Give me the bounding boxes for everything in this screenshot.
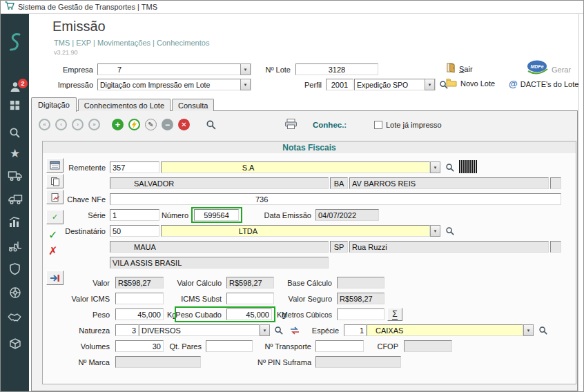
pin-suframa-label: Nº PIN Suframa (257, 358, 311, 366)
favorites-star-icon[interactable]: ★ (1, 145, 29, 161)
data-emissao-field[interactable]: 04/07/2022 (315, 209, 379, 221)
paste-button[interactable] (46, 190, 64, 204)
destinatario-city-field: MAUA (110, 241, 329, 253)
tab-digitacao[interactable]: Digitação (31, 97, 77, 112)
empresa-combo[interactable]: 7 (97, 63, 251, 75)
perfil-combo[interactable]: Expedição SPO (354, 79, 436, 90)
print-button[interactable] (281, 116, 300, 131)
chave-nfe-field[interactable]: 736 (110, 193, 561, 205)
truck-outbound-icon[interactable] (1, 167, 29, 184)
valor-seguro-field: R$598,27 (337, 293, 385, 304)
destinatario-code-field[interactable]: 50 (110, 225, 159, 237)
remetente-uf-field: BA (330, 177, 348, 189)
especie-dropdown-icon[interactable] (523, 324, 534, 336)
transfer-icon[interactable] (288, 324, 302, 336)
empresa-label: Empresa (63, 66, 93, 74)
remetente-label: Remetente (68, 164, 106, 172)
handshake-icon[interactable] (1, 309, 29, 326)
transporte-field[interactable] (315, 340, 364, 352)
cancel-x-button[interactable] (48, 244, 57, 257)
truck-inbound-icon[interactable] (1, 190, 29, 207)
at-icon: @ (509, 79, 518, 89)
sair-button[interactable]: Sair (445, 61, 474, 77)
delete-record-button[interactable] (162, 119, 173, 130)
forklift-icon[interactable] (1, 237, 29, 254)
qt-pares-field[interactable] (206, 340, 253, 352)
modules-grid-icon[interactable] (1, 97, 29, 113)
next-record-button[interactable] (72, 119, 84, 130)
impressao-label: Impressão (58, 81, 93, 89)
numero-field[interactable]: 599564 (194, 209, 239, 221)
page-title: Emissão (52, 19, 106, 35)
confirm-row-button[interactable] (46, 210, 64, 224)
natureza-search-icon[interactable] (273, 324, 285, 336)
destinatario-label: Destinatário (65, 227, 106, 235)
prev-record-button[interactable] (55, 119, 67, 130)
cfop-label: CFOP (377, 342, 398, 351)
remetente-code-field[interactable]: 357 (110, 161, 159, 173)
folder-icon (446, 77, 457, 90)
peso-field[interactable]: 45,000 (115, 308, 164, 320)
go-to-end-button[interactable] (46, 271, 64, 285)
base-calculo-field (337, 277, 385, 288)
cancel-button[interactable] (178, 119, 190, 130)
perfil-code-field[interactable]: 2001 (326, 79, 353, 90)
natureza-dropdown-icon[interactable] (260, 324, 270, 336)
toolbar-search-button[interactable] (203, 117, 220, 132)
notification-badge: 2 (18, 79, 28, 88)
security-shield-icon[interactable] (1, 261, 29, 277)
cargo-box-icon[interactable] (1, 335, 29, 352)
window-title: Sistema de Gestão de Transportes | TMS (18, 3, 157, 11)
especie-code-field[interactable]: 1 (344, 324, 367, 336)
metros-cubicos-field[interactable] (337, 308, 385, 320)
especie-search-icon[interactable] (537, 324, 549, 336)
add-record-button[interactable] (112, 119, 124, 130)
barcode-icon[interactable] (459, 160, 477, 173)
icms-subst-field[interactable] (226, 293, 274, 304)
form-window-button[interactable] (46, 158, 64, 173)
empresa-dropdown-icon[interactable] (240, 63, 251, 75)
especie-combo[interactable]: CAIXAS (367, 324, 523, 336)
metros-cubicos-label: Metros Cúbicos (282, 311, 332, 319)
volumes-field[interactable]: 30 (115, 340, 164, 352)
helm-wheel-icon[interactable] (1, 284, 29, 301)
destinatario-name-combo[interactable]: LTDA (161, 225, 430, 237)
novo-lote-button[interactable]: Novo Lote (445, 77, 496, 90)
confirm-check-button[interactable] (48, 228, 57, 242)
impressao-combo[interactable]: Digitação com Impressão em Lote (97, 79, 251, 90)
dacte-button[interactable]: @ DACTE's do Lote (508, 78, 579, 90)
destinatario-search-icon[interactable] (444, 225, 456, 237)
first-record-button[interactable] (39, 119, 50, 130)
valor-calculo-label: Valor Cálculo (177, 279, 222, 287)
destinatario-dropdown-icon[interactable] (430, 225, 440, 237)
lote-impresso-checkbox[interactable] (374, 121, 382, 129)
copy-button[interactable] (46, 174, 64, 188)
natureza-code-field[interactable]: 3 (115, 324, 139, 336)
pencil-edit-button[interactable] (145, 119, 157, 130)
app-logo-icon[interactable] (1, 30, 29, 55)
app-cart-icon (4, 1, 14, 13)
edit-record-button[interactable] (128, 119, 140, 130)
search-icon[interactable] (1, 124, 29, 141)
remetente-name-combo[interactable]: S.A (161, 161, 430, 173)
tab-consulta[interactable]: Consulta (172, 99, 214, 111)
serie-field[interactable]: 1 (110, 209, 159, 221)
perfil-dropdown-icon[interactable] (425, 79, 435, 90)
valor-calculo-field: R$598,27 (226, 277, 274, 288)
peso-label: Peso (93, 311, 110, 319)
sum-sigma-button[interactable] (387, 308, 402, 321)
peso-cubado-field[interactable]: 45,000 (226, 308, 272, 320)
pin-suframa-field (315, 356, 401, 368)
lote-field[interactable]: 3128 (295, 63, 378, 75)
impressao-dropdown-icon[interactable] (240, 79, 251, 90)
reports-chart-icon[interactable] (1, 214, 29, 231)
gerar-button[interactable]: MDFe Gerar (525, 59, 572, 80)
valor-icms-field[interactable] (115, 293, 164, 304)
remetente-address-field: AV BARROS REIS (349, 177, 549, 189)
version-label: v3.21.90 (54, 49, 78, 56)
tab-conhecimentos-do-lote[interactable]: Conhecimentos do Lote (78, 99, 171, 111)
remetente-search-icon[interactable] (444, 161, 456, 173)
remetente-dropdown-icon[interactable] (430, 161, 440, 173)
last-record-button[interactable] (88, 119, 100, 130)
natureza-combo[interactable]: DIVERSOS (139, 324, 260, 336)
